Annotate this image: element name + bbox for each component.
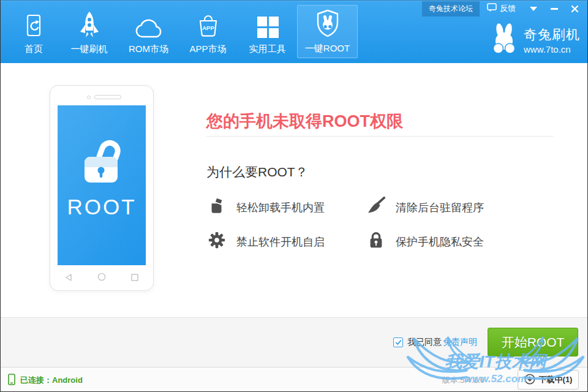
nav-home[interactable]: 首页	[8, 1, 59, 63]
disclaimer-link[interactable]: 免责声明	[443, 337, 477, 348]
dropdown-caret-button[interactable]	[523, 7, 544, 11]
nav-root-label: 一键ROOT	[305, 43, 350, 55]
feature-uninstall-label: 轻松卸载手机内置	[236, 200, 325, 215]
version-text: 版本:5.4.1.0	[442, 375, 484, 386]
status-bar: 已连接：Android 版本:5.4.1.0 下载中(1)	[1, 367, 587, 391]
nav-tools[interactable]: 实用工具	[238, 1, 297, 63]
feedback-label: 反馈	[500, 3, 516, 14]
close-button[interactable]	[565, 6, 585, 12]
connected-phone-icon	[8, 374, 15, 387]
shield-rabbit-icon	[314, 7, 341, 38]
phone-screen-root-label: ROOT	[58, 195, 146, 219]
app-bag-icon-text: APP	[202, 24, 214, 31]
feature-privacy: 保护手机隐私安全	[367, 231, 484, 252]
feature-autostart: 禁止软件开机自启	[208, 231, 325, 252]
download-label: 下载中(1)	[539, 374, 573, 385]
connection-text: 已连接：Android	[20, 375, 83, 386]
page-title: 您的手机未取得ROOT权限	[206, 110, 403, 132]
nav-app-label: APP市场	[189, 43, 226, 55]
download-icon	[524, 374, 535, 386]
feature-clean: 清除后台驻留程序	[367, 197, 484, 218]
feedback-button[interactable]: 反馈	[480, 3, 523, 14]
action-bar: 我已同意 免责声明 开始ROOT	[1, 317, 587, 367]
phone-nav-buttons	[65, 273, 138, 284]
rabbit-logo-icon	[489, 23, 519, 57]
download-manager-button[interactable]: 下载中(1)	[518, 370, 579, 390]
nav-flash[interactable]: 一键刷机	[59, 1, 119, 63]
forum-link[interactable]: 奇兔技术论坛	[422, 1, 480, 17]
brand-url: www.7to.cn	[524, 44, 580, 55]
nav-tools-label: 实用工具	[249, 43, 286, 55]
feature-uninstall: 轻松卸载手机内置	[208, 197, 325, 218]
agree-checkbox[interactable]	[393, 337, 403, 347]
window-controls: 奇兔技术论坛 反馈	[422, 1, 585, 17]
phone-speaker	[94, 95, 121, 99]
app-bag-icon: APP	[195, 8, 221, 39]
phone-illustration: ROOT	[50, 85, 154, 291]
main-nav: 首页 一键刷机	[8, 1, 358, 63]
title-divider	[206, 136, 553, 137]
cloud-icon	[134, 8, 164, 39]
nav-home-label: 首页	[24, 43, 43, 55]
tools-grid-icon	[256, 8, 279, 39]
app-window: 首页 一键刷机	[0, 0, 588, 392]
android-home-icon	[97, 273, 106, 284]
lock-icon	[367, 231, 385, 252]
speech-bubble-icon	[487, 3, 497, 14]
nav-flash-label: 一键刷机	[71, 43, 108, 55]
home-phone-refresh-icon	[23, 8, 45, 39]
feature-autostart-label: 禁止软件开机自启	[236, 235, 325, 249]
start-root-button[interactable]: 开始ROOT	[488, 328, 578, 356]
nav-rom-label: ROM市场	[129, 43, 168, 55]
unlocked-padlock-icon	[72, 129, 131, 192]
brand-logo: 奇兔刷机 www.7to.cn	[489, 23, 580, 57]
connection-status: 已连接：Android	[8, 374, 83, 387]
why-root-heading: 为什么要ROOT？	[206, 164, 308, 181]
uninstall-icon	[208, 197, 226, 218]
phone-screen: ROOT	[58, 105, 146, 265]
rocket-icon	[77, 8, 102, 39]
android-recents-icon	[131, 273, 138, 284]
android-back-icon	[65, 273, 72, 284]
gear-icon	[208, 231, 226, 252]
nav-root[interactable]: 一键ROOT	[297, 5, 358, 58]
phone-camera-dot	[87, 96, 91, 99]
agree-label: 我已同意	[407, 337, 442, 348]
nav-rom-market[interactable]: ROM市场	[119, 1, 178, 63]
brand-name: 奇兔刷机	[524, 26, 580, 44]
agree-group: 我已同意 免责声明	[393, 337, 477, 348]
header: 首页 一键刷机	[1, 1, 587, 63]
feature-clean-label: 清除后台驻留程序	[396, 200, 484, 215]
brush-icon	[367, 197, 385, 218]
nav-app-market[interactable]: APP APP市场	[178, 1, 238, 63]
minimize-button[interactable]	[544, 8, 565, 10]
feature-privacy-label: 保护手机隐私安全	[396, 235, 484, 249]
